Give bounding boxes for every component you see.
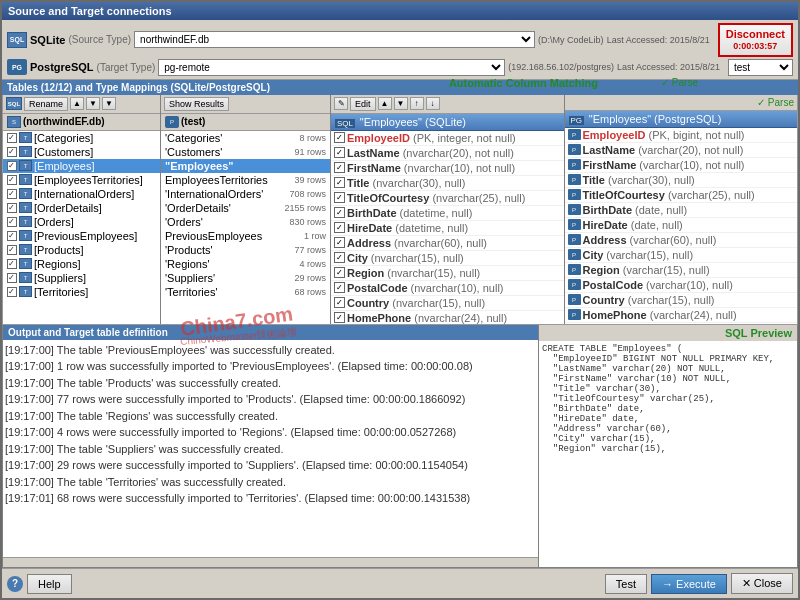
source-table-item[interactable]: ✓T[Suppliers] xyxy=(3,271,160,285)
target-table-item[interactable]: 'Territories'68 rows xyxy=(161,285,330,299)
target-table-item[interactable]: 'Customers'91 rows xyxy=(161,145,330,159)
source-table-list[interactable]: ✓T[Categories]✓T[Customers]✓T[Employees]… xyxy=(3,131,160,324)
output-line: [19:17:00] The table 'Products' was succ… xyxy=(5,375,536,392)
auto-match-label: Automatic Column Matching xyxy=(449,77,598,89)
output-header: Output and Target table definition xyxy=(3,325,538,340)
source-col-item[interactable]: ✓Title (nvarchar(30), null) xyxy=(331,176,564,191)
target-col-list[interactable]: PEmployeeID (PK, bigint, not null)PLastN… xyxy=(565,128,798,324)
source-table-item[interactable]: ✓T[Regions] xyxy=(3,257,160,271)
source-col-item[interactable]: ✓Address (nvarchar(60), null) xyxy=(331,236,564,251)
edit-button[interactable]: Edit xyxy=(350,97,376,111)
target-table-item[interactable]: EmployeesTerritories39 rows xyxy=(161,173,330,187)
source-table-item[interactable]: ✓T[Products] xyxy=(3,243,160,257)
edit-icon[interactable]: ✎ xyxy=(334,97,348,110)
output-line: [19:17:00] 4 rows were successfully impo… xyxy=(5,424,536,441)
source-col-list[interactable]: ✓EmployeeID (PK, integer, not null)✓Last… xyxy=(331,131,564,324)
target-table-item[interactable]: PreviousEmployees1 row xyxy=(161,229,330,243)
elapsed-time: 0:00:03:57 xyxy=(726,41,785,53)
target-table-item[interactable]: 'Products'77 rows xyxy=(161,243,330,257)
source-table-item[interactable]: ✓T[Customers] xyxy=(3,145,160,159)
help-button[interactable]: Help xyxy=(27,574,72,594)
parse-check-label: ✓ Parse xyxy=(757,97,794,108)
target-table-item[interactable]: 'Categories'8 rows xyxy=(161,131,330,145)
sort-asc-icon[interactable]: ▲ xyxy=(70,97,84,110)
source-table-item[interactable]: ✓T[Territories] xyxy=(3,285,160,299)
output-content[interactable]: [19:17:00] The table 'PreviousEmployees'… xyxy=(3,340,538,557)
rename-button[interactable]: Rename xyxy=(24,97,68,111)
target-db-type: PostgreSQL xyxy=(30,61,94,73)
connections-panel: SQL SQLite (Source Type) northwindEF.db … xyxy=(2,20,798,80)
source-last-accessed: Last Accessed: 2015/8/21 xyxy=(607,35,710,45)
target-table-item[interactable]: "Employees" xyxy=(161,159,330,173)
target-col-item: PFirstName (varchar(10), not null) xyxy=(565,158,798,173)
execute-button[interactable]: → Execute xyxy=(651,574,727,594)
target-col-item: PLastName (varchar(20), not null) xyxy=(565,143,798,158)
output-line: [19:17:00] The table 'Territories' was s… xyxy=(5,474,536,491)
question-icon: ? xyxy=(7,576,23,592)
source-col-item[interactable]: ✓City (nvarchar(15), null) xyxy=(331,251,564,266)
target-table-item[interactable]: 'Suppliers'29 rows xyxy=(161,271,330,285)
source-connection-row: SQL SQLite (Source Type) northwindEF.db … xyxy=(7,23,793,57)
source-col-item[interactable]: ✓Country (nvarchar(15), null) xyxy=(331,296,564,311)
test-button[interactable]: Test xyxy=(605,574,647,594)
target-col-item: PCity (varchar(15), null) xyxy=(565,248,798,263)
disconnect-button[interactable]: Disconnect 0:00:03:57 xyxy=(718,23,793,57)
source-table-item[interactable]: ✓T[EmployeesTerritories] xyxy=(3,173,160,187)
source-col-item[interactable]: ✓HomePhone (nvarchar(24), null) xyxy=(331,311,564,324)
postgres-icon: PG xyxy=(7,59,27,75)
col-sort-asc-icon[interactable]: ↑ xyxy=(410,97,424,110)
source-col-item[interactable]: ✓FirstName (nvarchar(10), not null) xyxy=(331,161,564,176)
source-table-item[interactable]: ✓T[InternationalOrders] xyxy=(3,187,160,201)
source-table-item[interactable]: ✓T[OrderDetails] xyxy=(3,201,160,215)
target-col-item: PHomePhone (varchar(24), null) xyxy=(565,308,798,323)
target-table-item[interactable]: 'OrderDetails'2155 rows xyxy=(161,201,330,215)
left-tables-panel: SQL Rename ▲ ▼ ▼ S (northwindEF.db) ✓T[C… xyxy=(3,95,161,324)
source-col-item[interactable]: ✓LastName (nvarchar(20), not null) xyxy=(331,146,564,161)
target-type-label: (Target Type) xyxy=(97,62,156,73)
source-col-item[interactable]: ✓HireDate (datetime, null) xyxy=(331,221,564,236)
output-line: [19:17:01] 68 rows were successfully imp… xyxy=(5,490,536,507)
output-line: [19:17:00] 77 rows were successfully imp… xyxy=(5,391,536,408)
target-table-item[interactable]: 'InternationalOrders'708 rows xyxy=(161,187,330,201)
app-window: Source and Target connections SQL SQLite… xyxy=(0,0,800,600)
sqlite-col-icon: SQL xyxy=(335,119,355,128)
target-table-list[interactable]: 'Categories'8 rows'Customers'91 rows"Emp… xyxy=(161,131,330,324)
output-scrollbar[interactable] xyxy=(3,557,538,567)
target-table-item[interactable]: 'Regions'4 rows xyxy=(161,257,330,271)
sql-content[interactable]: CREATE TABLE "Employees" ( "EmployeeID" … xyxy=(539,341,797,567)
target-col-item: PCountry (varchar(15), null) xyxy=(565,293,798,308)
source-table-item[interactable]: ✓T[Employees] xyxy=(3,159,160,173)
filter-icon[interactable]: ▼ xyxy=(102,97,116,110)
target-table-item[interactable]: 'Orders'830 rows xyxy=(161,215,330,229)
title-bar: Source and Target connections xyxy=(2,2,798,20)
source-col-item[interactable]: ✓EmployeeID (PK, integer, not null) xyxy=(331,131,564,146)
source-table-item[interactable]: ✓T[PreviousEmployees] xyxy=(3,229,160,243)
source-col-item[interactable]: ✓Region (nvarchar(15), null) xyxy=(331,266,564,281)
sqlite-icon-small: SQL xyxy=(6,97,22,110)
target-last-accessed: Last Accessed: 2015/8/21 xyxy=(617,62,720,72)
target-columns-panel: ✓ Parse PG "Employees" (PostgreSQL) PEmp… xyxy=(565,95,798,324)
sort-desc-icon[interactable]: ▼ xyxy=(86,97,100,110)
target-col-header: PG "Employees" (PostgreSQL) xyxy=(565,111,798,128)
source-table-item[interactable]: ✓T[Categories] xyxy=(3,131,160,145)
col-sort-desc-icon[interactable]: ↓ xyxy=(426,97,440,110)
source-col-item[interactable]: ✓BirthDate (datetime, null) xyxy=(331,206,564,221)
left-panel-db-header: S (northwindEF.db) xyxy=(3,114,160,131)
move-down-icon[interactable]: ▼ xyxy=(394,97,408,110)
source-path: (D:\My CodeLib) xyxy=(538,35,604,45)
target-col-item: PTitleOfCourtesy (varchar(25), null) xyxy=(565,188,798,203)
source-table-item[interactable]: ✓T[Orders] xyxy=(3,215,160,229)
source-connection-select[interactable]: northwindEF.db xyxy=(134,31,535,48)
source-col-item[interactable]: ✓TitleOfCourtesy (nvarchar(25), null) xyxy=(331,191,564,206)
target-tables-panel: Show Results P (test) 'Categories'8 rows… xyxy=(161,95,331,324)
target-db-select[interactable]: test xyxy=(728,59,793,76)
move-up-icon[interactable]: ▲ xyxy=(378,97,392,110)
sql-preview-label: SQL Preview xyxy=(539,325,797,341)
target-col-item: PEmployeeID (PK, bigint, not null) xyxy=(565,128,798,143)
show-results-button[interactable]: Show Results xyxy=(164,97,229,111)
source-col-item[interactable]: ✓PostalCode (nvarchar(10), null) xyxy=(331,281,564,296)
target-connection-select[interactable]: pg-remote xyxy=(158,59,505,76)
source-col-toolbar: ✎ Edit ▲ ▼ ↑ ↓ xyxy=(331,95,564,114)
close-button[interactable]: ✕ Close xyxy=(731,573,793,594)
output-line: [19:17:00] The table 'Suppliers' was suc… xyxy=(5,441,536,458)
